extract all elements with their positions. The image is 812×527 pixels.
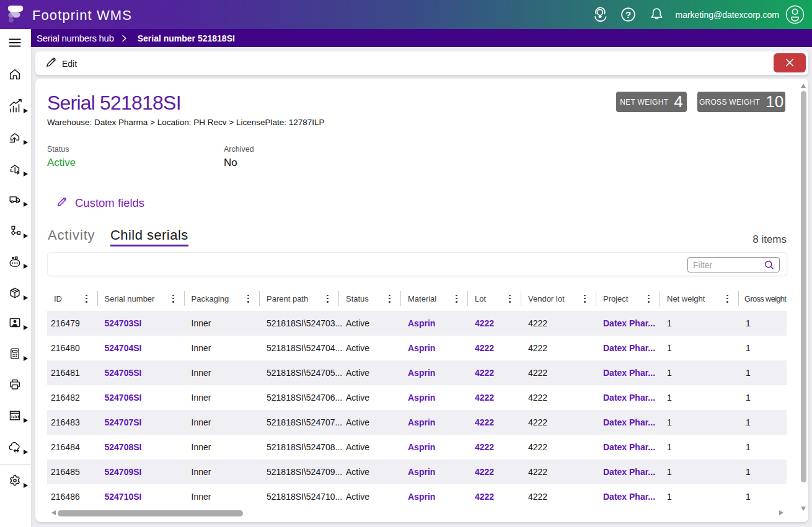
svg-text:?: ? xyxy=(625,9,631,20)
